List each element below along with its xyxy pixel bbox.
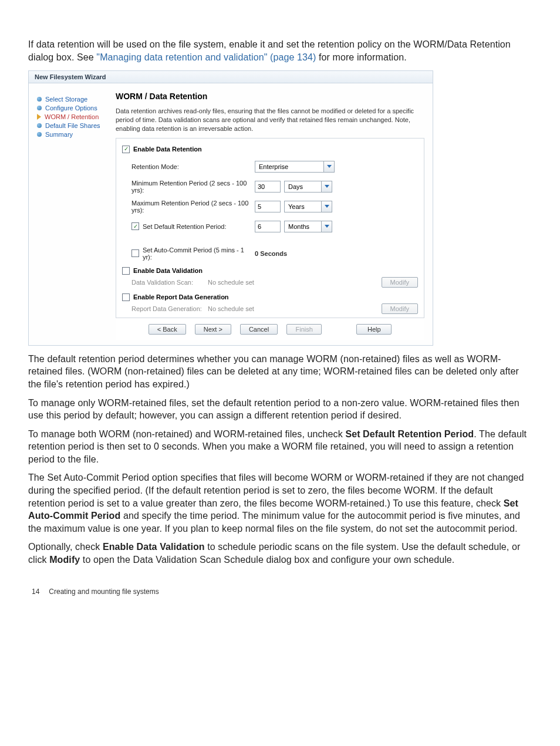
autocommit-checkbox[interactable] [131,249,139,257]
nav-label: Summary [45,131,73,138]
max-period-label: Maximum Retention Period (2 secs - 100 y… [131,200,255,214]
nav-item-summary[interactable]: Summary [37,131,112,138]
dot-icon [37,97,42,102]
intro-paragraph: If data retention will be used on the fi… [28,38,532,63]
enable-report-label: Enable Report Data Generation [133,293,229,301]
body-p2: To manage only WORM-retained files, set … [28,397,532,422]
dot-icon [37,123,42,128]
set-default-retention-bold: Set Default Retention Period [345,429,474,439]
default-period-unit: Months [288,223,309,230]
validation-scan-label: Data Validation Scan: [131,279,208,286]
dot-icon [37,106,42,110]
body-p5: Optionally, check Enable Data Validation… [28,541,532,566]
min-period-label: Minimum Retention Period (2 secs - 100 y… [131,180,255,194]
body-p1: The default retention period determines … [28,353,532,391]
enable-report-checkbox[interactable] [122,293,130,301]
autocommit-label: Set Auto-Commit Period (5 mins - 1 yr): [143,247,255,261]
enable-retention-checkbox[interactable] [122,146,130,153]
retention-mode-select[interactable]: Enterprise [255,161,335,173]
dot-icon [37,132,42,137]
nav-label: Configure Options [45,104,97,112]
nav-item-configure-options[interactable]: Configure Options [37,104,112,112]
retention-mode-value: Enterprise [259,163,288,170]
cancel-button[interactable]: Cancel [240,324,278,335]
modify-validation-button: Modify [382,277,418,288]
enable-validation-checkbox[interactable] [122,267,130,275]
nav-item-worm-retention[interactable]: WORM / Retention [37,113,112,120]
autocommit-value: 0 Seconds [255,250,287,257]
nav-item-default-file-shares[interactable]: Default File Shares [37,122,112,129]
max-period-unit-select[interactable]: Years [284,201,332,212]
modify-report-button: Modify [382,303,418,314]
nav-item-select-storage[interactable]: Select Storage [37,96,112,103]
nav-label: WORM / Retention [45,113,99,120]
nav-label: Select Storage [45,96,87,103]
enable-data-validation-bold: Enable Data Validation [103,542,205,552]
validation-scan-value: No schedule set [208,279,278,286]
default-period-input[interactable] [255,221,281,232]
page-section-title: Creating and mounting file systems [49,588,158,596]
finish-button: Finish [286,324,322,335]
max-period-unit: Years [288,203,305,210]
intro-text-after: for more information. [319,52,407,62]
page-footer: 14 Creating and mounting file systems [28,588,532,596]
body-p5-part-a: Optionally, check [28,542,103,552]
wizard-footer: < Back Next > Cancel Finish Help [116,318,424,340]
panel-description: Data retention archives read-only files,… [116,107,424,133]
default-period-label: Set Default Retention Period: [143,223,226,230]
intro-link[interactable]: "Managing data retention and validation"… [96,52,316,62]
body-p3: To manage both WORM (non-retained) and W… [28,428,532,466]
next-button[interactable]: Next > [195,324,231,335]
chevron-down-icon[interactable] [322,181,332,193]
min-period-unit: Days [288,183,303,190]
chevron-down-icon[interactable] [322,221,332,232]
nav-label: Default File Shares [45,122,100,129]
page-number: 14 [32,588,39,596]
report-gen-value: No schedule set [208,305,278,312]
retention-mode-label: Retention Mode: [131,163,255,170]
chevron-down-icon[interactable] [322,201,332,212]
modify-bold: Modify [49,555,80,565]
retention-panel: Enable Data Retention Retention Mode: En… [116,138,424,318]
body-p4: The Set Auto-Commit Period option specif… [28,471,532,535]
wizard-title: New Filesystem Wizard [29,71,433,83]
min-period-input[interactable] [255,181,281,193]
body-p3-part-a: To manage both WORM (non-retained) and W… [28,429,345,439]
max-period-input[interactable] [255,201,281,212]
chevron-down-icon[interactable] [324,161,335,173]
wizard-nav: Select Storage Configure Options WORM / … [29,83,116,345]
body-p4-part-a: The Set Auto-Commit Period option specif… [28,472,524,508]
default-period-unit-select[interactable]: Months [284,221,332,232]
body-p5-part-c: to open the Data Validation Scan Schedul… [80,555,454,565]
back-button[interactable]: < Back [149,324,186,335]
arrow-icon [37,114,41,120]
wizard-screenshot: New Filesystem Wizard Select Storage Con… [28,70,433,346]
enable-validation-label: Enable Data Validation [133,267,203,274]
default-period-checkbox[interactable] [131,222,139,230]
panel-heading: WORM / Data Retention [116,92,424,101]
enable-retention-label: Enable Data Retention [133,146,202,153]
min-period-unit-select[interactable]: Days [284,181,332,193]
help-button[interactable]: Help [356,324,392,335]
report-gen-label: Report Data Generation: [131,305,208,312]
